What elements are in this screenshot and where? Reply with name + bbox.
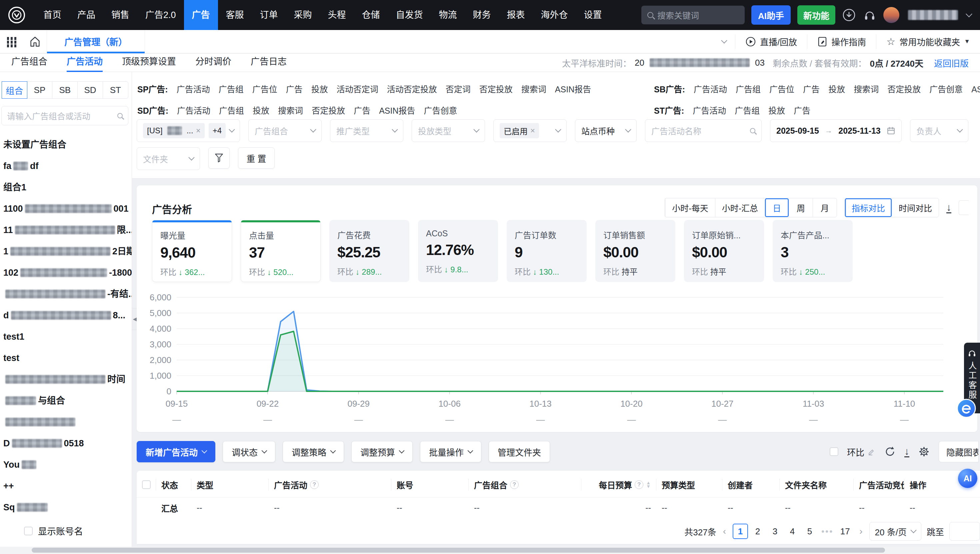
reset-button[interactable]: 重 置 bbox=[238, 147, 275, 169]
compare-mode-button[interactable]: 时间对比 bbox=[892, 198, 939, 217]
page-button[interactable]: 1 bbox=[733, 524, 748, 539]
col-account[interactable]: 账号 bbox=[391, 479, 469, 491]
main-menu-item[interactable]: 设置 bbox=[576, 0, 610, 30]
sidebar-type-tab[interactable]: 组合 bbox=[2, 81, 27, 99]
action-button[interactable]: 调状态 bbox=[223, 441, 275, 462]
page-tab[interactable]: 广告组合 bbox=[11, 54, 47, 72]
action-button[interactable]: 调整预算 bbox=[352, 441, 413, 462]
portfolio-list-item[interactable]: 12日期... bbox=[0, 241, 132, 262]
sd-link[interactable]: 广告创意 bbox=[424, 104, 457, 116]
main-menu-item[interactable]: 海外仓 bbox=[533, 0, 576, 30]
advanced-filter-button[interactable] bbox=[208, 147, 230, 169]
user-avatar[interactable] bbox=[883, 7, 899, 23]
sp-link[interactable]: 广告组 bbox=[219, 83, 243, 95]
back-to-old-link[interactable]: 返回旧版 bbox=[934, 57, 969, 69]
scrollbar-thumb[interactable] bbox=[32, 548, 885, 552]
targeting-type-filter-select[interactable]: 投放类型 bbox=[412, 119, 485, 142]
jump-page-input[interactable] bbox=[949, 522, 980, 541]
main-menu-item[interactable]: 头程 bbox=[320, 0, 354, 30]
show-account-checkbox[interactable] bbox=[24, 527, 33, 535]
sd-link[interactable]: 广告组 bbox=[219, 104, 244, 116]
compare-checkbox[interactable] bbox=[830, 447, 838, 456]
more-tags-badge[interactable]: +4 bbox=[208, 123, 226, 138]
page-button[interactable]: ••• bbox=[819, 524, 835, 539]
main-menu-item[interactable]: 报表 bbox=[499, 0, 533, 30]
col-portfolio[interactable]: 广告组合? bbox=[469, 479, 581, 491]
st-link[interactable]: 投放 bbox=[768, 104, 785, 116]
help-icon[interactable]: ? bbox=[310, 480, 319, 489]
portfolio-list-item[interactable]: 102-1800 bbox=[0, 262, 132, 283]
col-campaign[interactable]: 广告活动? bbox=[269, 479, 391, 491]
page-button[interactable]: 4 bbox=[785, 524, 800, 539]
portfolio-list-item[interactable]: d8... bbox=[0, 305, 132, 326]
portfolio-list-item[interactable]: 1100001 bbox=[0, 198, 132, 219]
sp-link[interactable]: 搜索词 bbox=[521, 83, 546, 95]
main-menu-item[interactable]: 财务 bbox=[465, 0, 499, 30]
main-menu-item[interactable]: 广告 bbox=[184, 0, 218, 30]
page-button[interactable]: 17 bbox=[837, 524, 853, 539]
sp-link[interactable]: 广告活动 bbox=[177, 83, 210, 95]
chevron-down-icon[interactable] bbox=[966, 11, 972, 18]
sd-link[interactable]: 否定投放 bbox=[312, 104, 345, 116]
portfolio-list-item[interactable]: 时间 bbox=[0, 369, 132, 390]
remove-tag-icon[interactable]: × bbox=[530, 126, 535, 135]
portfolio-filter-select[interactable]: 广告组合 bbox=[248, 119, 322, 142]
download-center-icon[interactable] bbox=[842, 8, 856, 22]
sb-link[interactable]: 搜索词 bbox=[854, 83, 879, 95]
col-folder[interactable]: 文件夹名称 bbox=[780, 479, 854, 491]
portfolio-list-item[interactable]: fadf bbox=[0, 155, 132, 177]
sp-link[interactable]: 广告位 bbox=[252, 83, 277, 95]
sb-link[interactable]: 否定投放 bbox=[887, 83, 921, 95]
page-tab[interactable]: 广告活动 bbox=[67, 54, 103, 72]
sp-link[interactable]: ASIN报告 bbox=[555, 83, 591, 95]
service-brand-icon[interactable] bbox=[957, 399, 976, 418]
sd-link[interactable]: 投放 bbox=[253, 104, 269, 116]
granularity-button[interactable]: 小时-汇总 bbox=[715, 198, 765, 217]
portfolio-list-item[interactable]: 11限... bbox=[0, 219, 132, 241]
sd-link[interactable]: ASIN报告 bbox=[379, 104, 415, 116]
download-table-icon[interactable]: ↓ bbox=[904, 446, 909, 457]
metric-card[interactable]: 订单原始销... $0.00 环比 ↓ 持平 bbox=[684, 220, 764, 282]
portfolio-list-item[interactable]: Sq bbox=[0, 497, 132, 518]
owner-filter-select[interactable]: 负责人 bbox=[910, 119, 968, 142]
st-link[interactable]: 广告组 bbox=[735, 104, 760, 116]
sidebar-type-tab[interactable]: SP bbox=[27, 81, 52, 99]
granularity-button[interactable]: 小时-每天 bbox=[665, 198, 715, 217]
metric-card[interactable]: 广告花费 $25.25 环比 ↓ 289... bbox=[329, 220, 409, 282]
portfolio-list-item[interactable]: 未设置广告组合 bbox=[0, 134, 132, 155]
help-icon[interactable]: ? bbox=[510, 480, 519, 489]
sp-link[interactable]: 广告 bbox=[286, 83, 303, 95]
apps-grid-icon[interactable] bbox=[0, 30, 23, 53]
guide-button[interactable]: 操作指南 bbox=[807, 34, 876, 49]
folder-filter-select[interactable]: 文件夹 bbox=[137, 147, 200, 170]
new-feature-button[interactable]: 新功能 bbox=[797, 5, 835, 25]
main-menu-item[interactable]: 物流 bbox=[431, 0, 465, 30]
granularity-button[interactable]: 日 bbox=[765, 198, 789, 217]
chevron-down-icon[interactable] bbox=[721, 37, 727, 43]
ai-assistant-button[interactable]: AI助手 bbox=[751, 5, 791, 25]
account-filter-select[interactable]: [US]...× +4 bbox=[137, 119, 240, 142]
st-link[interactable]: 广告 bbox=[794, 104, 810, 116]
portfolio-list-item[interactable]: 组合1 bbox=[0, 177, 132, 198]
compare-mode-button[interactable]: 指标对比 bbox=[845, 198, 892, 217]
help-icon[interactable]: ? bbox=[635, 480, 643, 489]
app-logo-icon[interactable] bbox=[7, 6, 26, 24]
refresh-icon[interactable] bbox=[885, 446, 896, 457]
workspace-tab-ad-management[interactable]: 广告管理（新） bbox=[47, 30, 145, 53]
main-menu-item[interactable]: 采购 bbox=[286, 0, 320, 30]
metric-card[interactable]: 订单销售额 $0.00 环比 ↓ 持平 bbox=[595, 220, 675, 282]
main-menu-item[interactable]: 订单 bbox=[252, 0, 286, 30]
page-button[interactable]: 3 bbox=[767, 524, 783, 539]
portfolio-list-item[interactable]: D0518 bbox=[0, 433, 132, 454]
sb-link[interactable]: 广告组 bbox=[736, 83, 760, 95]
main-menu-item[interactable]: 产品 bbox=[69, 0, 103, 30]
main-menu-item[interactable]: 仓储 bbox=[354, 0, 388, 30]
download-chart-icon[interactable]: ↓ bbox=[947, 202, 951, 213]
page-tab[interactable]: 广告日志 bbox=[251, 54, 287, 72]
page-button[interactable]: 5 bbox=[802, 524, 817, 539]
main-menu-item[interactable]: 自发货 bbox=[388, 0, 431, 30]
sb-link[interactable]: 广告位 bbox=[769, 83, 794, 95]
ai-fab-button[interactable]: AI bbox=[958, 469, 977, 488]
metric-card[interactable]: ACoS 12.76% 环比 ↓ 9.8... bbox=[418, 220, 498, 282]
favorites-button[interactable]: ☆ 常用功能收藏夹 ▼ bbox=[876, 34, 980, 49]
